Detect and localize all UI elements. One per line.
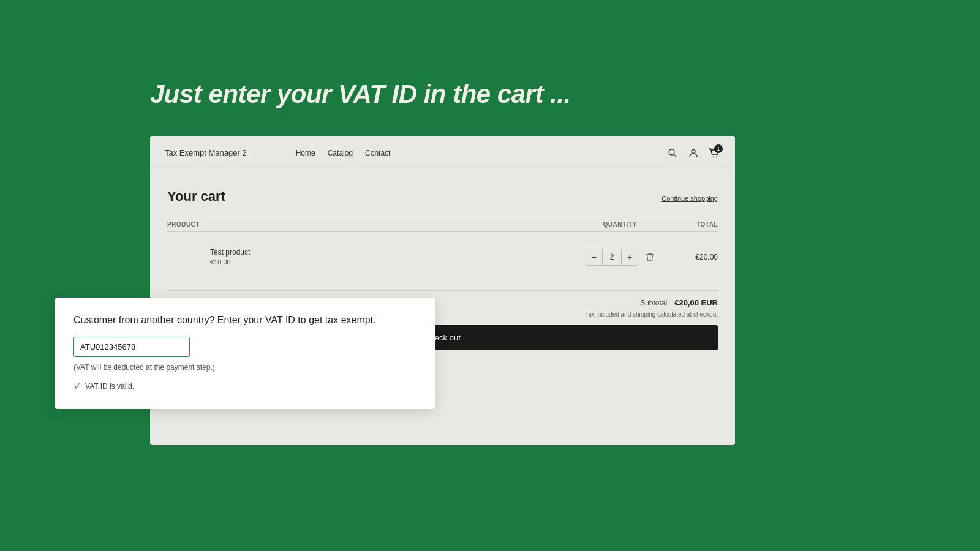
cart-item-row: Test product €10,00 − 2 + €20,00 (167, 242, 718, 272)
subtotal-label: Subtotal (640, 299, 667, 307)
product-price: €10,00 (210, 258, 571, 266)
cart-icon[interactable]: 1 (708, 147, 720, 159)
svg-line-1 (674, 154, 677, 157)
quantity-increase-btn[interactable]: + (622, 249, 638, 265)
header-icons: 1 (666, 147, 720, 159)
quantity-box: − 2 + (586, 249, 638, 266)
cart-title: Your cart (167, 189, 225, 204)
cart-table-header: PRODUCT QUANTITY TOTAL (167, 217, 718, 232)
vat-id-input[interactable] (74, 337, 190, 357)
svg-point-3 (713, 156, 714, 157)
item-total: €20,00 (669, 253, 718, 261)
nav-home[interactable]: Home (296, 149, 315, 157)
quantity-value: 2 (602, 249, 622, 265)
store-nav: Home Catalog Contact (296, 149, 391, 157)
col-header-total: TOTAL (669, 221, 718, 228)
svg-point-2 (692, 149, 695, 153)
vat-card: Customer from another country? Enter you… (55, 298, 435, 409)
store-header: Tax Exempt Manager 2 Home Catalog Contac… (150, 136, 735, 170)
page-headline: Just enter your VAT ID in the cart ... (150, 80, 571, 109)
nav-catalog[interactable]: Catalog (328, 149, 353, 157)
continue-shopping-link[interactable]: Continue shopping (662, 195, 718, 202)
cart-badge: 1 (714, 144, 723, 153)
account-icon[interactable] (687, 147, 699, 159)
col-header-product: PRODUCT (167, 221, 571, 228)
quantity-decrease-btn[interactable]: − (586, 249, 602, 265)
search-icon[interactable] (666, 147, 679, 159)
checkmark-icon: ✓ (74, 380, 81, 392)
cart-header-row: Your cart Continue shopping (167, 189, 718, 204)
delete-item-btn[interactable] (646, 253, 654, 261)
product-name: Test product (210, 248, 571, 257)
store-logo: Tax Exempt Manager 2 (165, 148, 247, 157)
vat-card-title: Customer from another country? Enter you… (74, 315, 417, 326)
subtotal-value: €20,00 EUR (674, 298, 718, 307)
nav-contact[interactable]: Contact (365, 149, 390, 157)
svg-point-4 (716, 156, 717, 157)
col-header-quantity: QUANTITY (571, 221, 669, 228)
svg-point-0 (669, 149, 674, 155)
product-info: Test product €10,00 (167, 248, 571, 266)
vat-valid-row: ✓ VAT ID is valid. (74, 380, 417, 392)
vat-deduct-note: (VAT will be deducted at the payment ste… (74, 363, 417, 372)
quantity-control: − 2 + (571, 249, 669, 266)
vat-valid-text: VAT ID is valid. (85, 382, 134, 391)
